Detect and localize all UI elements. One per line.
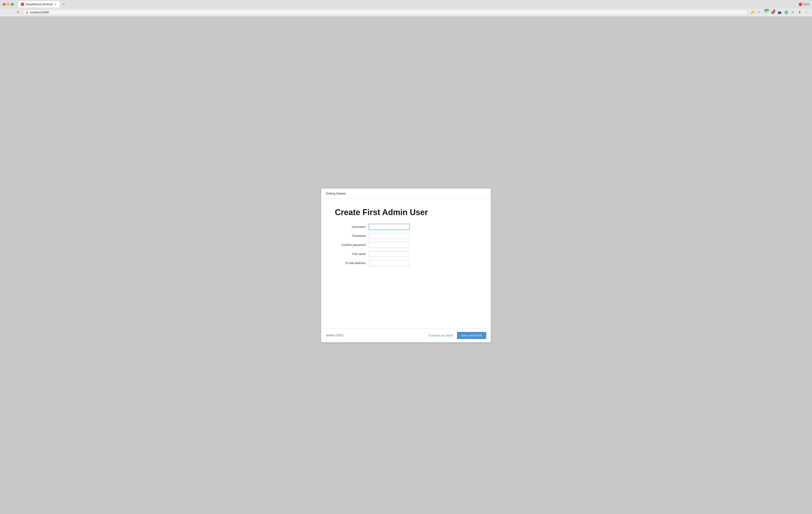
email-input[interactable] <box>369 260 410 266</box>
browser-actions: 🔑 ☆ 🛡 NEW 📦 1 📺 🌐 ↩ ⬇ ⋮ <box>750 9 809 15</box>
browser-content: Getting Started Create First Admin User … <box>0 17 812 514</box>
back-button[interactable]: ← <box>3 9 8 15</box>
username-label: Username: <box>335 225 369 229</box>
refresh-icon: ↻ <box>17 10 20 14</box>
browser-chrome: J SetupWizard [Jenkins] ✕ + 🔴 Terra ← → … <box>0 0 812 17</box>
url-text: localhost:8080 <box>30 11 49 14</box>
fullname-input[interactable] <box>369 251 410 257</box>
extension-alert-button[interactable]: 📦 1 <box>770 9 775 15</box>
panel-header: Getting Started <box>321 189 491 199</box>
password-group: Password: <box>335 233 477 239</box>
key-icon[interactable]: 🔑 <box>750 9 755 15</box>
active-tab[interactable]: J SetupWizard [Jenkins] ✕ <box>18 1 60 7</box>
panel-footer: Jenkins 2.60.3 Continue as admin Save an… <box>321 329 491 342</box>
tab-title: SetupWizard [Jenkins] <box>25 3 52 6</box>
window-controls <box>3 3 13 6</box>
jenkins-panel: Getting Started Create First Admin User … <box>321 188 491 342</box>
tab-close-button[interactable]: ✕ <box>54 3 57 6</box>
continue-as-admin-link[interactable]: Continue as admin <box>429 334 453 337</box>
fullname-label: Full name: <box>335 252 369 255</box>
translate-icon[interactable]: 🌐 <box>783 9 789 15</box>
forward-button[interactable]: → <box>9 9 14 15</box>
page-title: Create First Admin User <box>335 208 477 217</box>
username-group: Username: <box>335 224 477 230</box>
email-label: E-mail address: <box>335 261 369 265</box>
download-icon[interactable]: ⬇ <box>797 9 803 15</box>
confirm-password-input[interactable] <box>369 242 410 248</box>
username-input[interactable] <box>369 224 410 230</box>
new-badge: NEW <box>764 9 769 11</box>
profile-name: Terra <box>803 3 809 6</box>
password-input[interactable] <box>369 233 410 239</box>
confirm-password-group: Confirm password: <box>335 242 477 248</box>
fullname-group: Full name: <box>335 251 477 257</box>
address-bar: ← → ↻ 🔒 localhost:8080 🔑 ☆ 🛡 NEW 📦 1 <box>0 9 812 16</box>
maximize-window-button[interactable] <box>11 3 13 6</box>
panel-header-title: Getting Started <box>326 192 346 195</box>
history-back-icon[interactable]: ↩ <box>790 9 796 15</box>
lock-icon: 🔒 <box>26 11 29 14</box>
version-text: Jenkins 2.60.3 <box>326 334 343 337</box>
footer-actions: Continue as admin Save and Finish <box>429 332 486 339</box>
cast-icon[interactable]: 📺 <box>777 9 782 15</box>
panel-body: Create First Admin User Username: Passwo… <box>321 199 491 329</box>
forward-icon: → <box>10 10 13 14</box>
nav-buttons: ← → ↻ <box>3 9 21 15</box>
close-window-button[interactable] <box>3 3 5 6</box>
more-menu-button[interactable]: ⋮ <box>804 9 809 15</box>
refresh-button[interactable]: ↻ <box>16 9 21 15</box>
extension-new-button[interactable]: 🛡 NEW <box>763 9 768 15</box>
alert-badge: 1 <box>773 9 775 12</box>
minimize-window-button[interactable] <box>7 3 9 6</box>
save-and-finish-button[interactable]: Save and Finish <box>457 332 486 339</box>
url-bar[interactable]: 🔒 localhost:8080 <box>23 10 748 15</box>
back-icon: ← <box>4 10 7 14</box>
confirm-password-label: Confirm password: <box>335 243 369 247</box>
star-icon[interactable]: ☆ <box>756 9 762 15</box>
tab-bar: J SetupWizard [Jenkins] ✕ + <box>16 0 796 8</box>
email-group: E-mail address: <box>335 260 477 266</box>
title-bar: J SetupWizard [Jenkins] ✕ + 🔴 Terra <box>0 0 812 9</box>
password-label: Password: <box>335 234 369 238</box>
tab-favicon: J <box>21 3 24 6</box>
new-tab-button[interactable]: + <box>60 1 67 7</box>
profile-icon: 🔴 <box>799 2 802 6</box>
